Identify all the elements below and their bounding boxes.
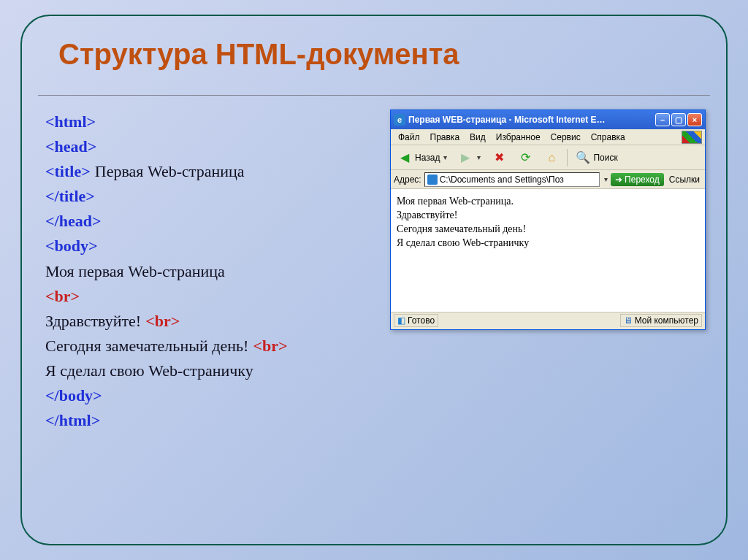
ie-icon: e — [394, 114, 405, 126]
status-done-label: Готово — [408, 315, 435, 326]
status-zone: 🖥 Мой компьютер — [620, 314, 702, 327]
computer-icon: 🖥 — [624, 315, 633, 326]
back-label: Назад — [415, 153, 440, 163]
addressbar: Адрес: C:\Documents and Settings\Поз ▾ ➜… — [391, 170, 705, 189]
tag-title-open: <title> — [45, 162, 91, 180]
tag-head-close: </head> — [45, 212, 101, 230]
go-label: Переход — [625, 174, 660, 185]
refresh-icon: ⟳ — [517, 150, 533, 166]
tag-html-open: <html> — [45, 112, 96, 131]
menu-help[interactable]: Справка — [587, 131, 630, 144]
window-title: Первая WEB-страница - Microsoft Internet… — [408, 115, 655, 125]
status-done: ◧ Готово — [394, 314, 438, 327]
search-icon: 🔍 — [575, 150, 591, 166]
menubar: Файл Правка Вид Избранное Сервис Справка — [391, 129, 705, 145]
done-icon: ◧ — [397, 315, 405, 326]
code-line-1: Моя первая Web-страница — [45, 262, 225, 280]
slide-title: Структура HTML-документа — [58, 38, 459, 71]
refresh-button[interactable]: ⟳ — [514, 148, 536, 167]
windows-flag-icon — [682, 131, 702, 144]
code-line-2: Здравствуйте! — [45, 312, 141, 330]
stop-icon: ✖ — [491, 150, 507, 166]
address-input[interactable]: C:\Documents and Settings\Поз — [424, 172, 600, 187]
page-line-2: Здравствуйте! — [397, 209, 699, 223]
separator-line — [38, 95, 710, 96]
statusbar: ◧ Готово 🖥 Мой компьютер — [391, 312, 705, 328]
page-line-1: Моя первая Web-страница. — [397, 195, 699, 209]
menu-file[interactable]: Файл — [394, 131, 424, 144]
home-button[interactable]: ⌂ — [541, 148, 562, 167]
minimize-button[interactable]: – — [655, 113, 670, 126]
chevron-down-icon: ▾ — [477, 153, 481, 161]
tag-title-close: </title> — [45, 187, 95, 205]
address-dropdown-icon[interactable]: ▾ — [604, 175, 608, 183]
go-button[interactable]: ➜ Переход — [611, 173, 664, 186]
maximize-button[interactable]: ▢ — [671, 113, 686, 126]
menu-favorites[interactable]: Избранное — [492, 131, 545, 144]
page-line-3: Сегодня замечательный день! — [397, 223, 699, 237]
tag-head-open: <head> — [45, 137, 96, 156]
code-line-4: Я сделал свою Web-страничку — [45, 361, 253, 380]
go-arrow-icon: ➜ — [615, 174, 622, 185]
stop-button[interactable]: ✖ — [488, 148, 510, 167]
home-icon: ⌂ — [543, 150, 560, 166]
titlebar: e Первая WEB-страница - Microsoft Intern… — [391, 110, 705, 129]
page-line-4: Я сделал свою Web-страничку — [397, 237, 699, 250]
menu-tools[interactable]: Сервис — [546, 131, 585, 144]
tag-html-close: </html> — [45, 411, 100, 429]
close-button[interactable]: × — [687, 113, 702, 126]
back-icon: ◀ — [397, 150, 413, 166]
html-code-block: <html> <head> <title> Первая Web-страниц… — [45, 110, 288, 433]
forward-icon: ▶ — [457, 150, 473, 166]
back-button[interactable]: ◀ Назад ▾ — [394, 148, 450, 167]
tag-br-1: <br> — [45, 287, 80, 305]
search-label: Поиск — [593, 153, 617, 163]
toolbar: ◀ Назад ▾ ▶ ▾ ✖ ⟳ ⌂ 🔍 Поиск — [391, 145, 705, 170]
status-zone-label: Мой компьютер — [635, 315, 698, 326]
forward-button[interactable]: ▶ ▾ — [454, 148, 484, 167]
menu-view[interactable]: Вид — [465, 131, 490, 144]
search-button[interactable]: 🔍 Поиск — [572, 148, 620, 167]
tag-body-close: </body> — [45, 386, 102, 404]
page-icon — [427, 174, 438, 185]
links-label[interactable]: Ссылки — [667, 174, 702, 185]
chevron-down-icon: ▾ — [443, 153, 447, 161]
tag-body-open: <body> — [45, 237, 98, 255]
toolbar-separator — [567, 149, 568, 166]
menu-edit[interactable]: Правка — [426, 131, 465, 144]
browser-window: e Первая WEB-страница - Microsoft Intern… — [390, 110, 706, 330]
page-content: Моя первая Web-страница. Здравствуйте! С… — [391, 189, 705, 312]
address-value: C:\Documents and Settings\Поз — [440, 174, 564, 185]
address-label: Адрес: — [394, 174, 421, 185]
code-line-3: Сегодня замечательный день! — [45, 337, 248, 355]
